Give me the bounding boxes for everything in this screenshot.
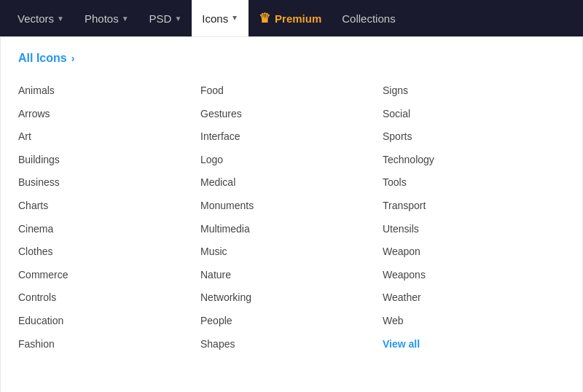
category-item[interactable]: Multimedia xyxy=(200,218,383,241)
category-item[interactable]: Music xyxy=(200,240,383,264)
category-item[interactable]: People xyxy=(200,310,383,333)
category-item[interactable]: Cinema xyxy=(18,218,200,241)
category-item[interactable]: Sports xyxy=(383,125,565,149)
all-icons-link[interactable]: All Icons › xyxy=(18,52,565,65)
category-item[interactable]: Controls xyxy=(18,286,200,310)
category-item[interactable]: Networking xyxy=(200,286,383,310)
nav-premium[interactable]: ♛ Premium xyxy=(249,0,332,36)
category-item[interactable]: Fashion xyxy=(18,333,200,356)
nav-vectors-label: Vectors xyxy=(17,12,54,25)
category-column-2: SignsSocialSportsTechnologyToolsTranspor… xyxy=(383,79,565,356)
nav-icons-arrow: ▲ xyxy=(231,15,238,23)
nav-premium-label: Premium xyxy=(275,12,321,25)
nav-photos[interactable]: Photos ▼ xyxy=(74,0,139,36)
category-item[interactable]: Monuments xyxy=(200,195,383,218)
category-item[interactable]: Commerce xyxy=(18,264,200,287)
nav-collections-label: Collections xyxy=(342,12,395,25)
category-item[interactable]: Business xyxy=(18,171,200,195)
category-column-1: FoodGesturesInterfaceLogoMedicalMonument… xyxy=(200,79,383,356)
crown-icon: ♛ xyxy=(259,10,270,26)
category-item[interactable]: Buildings xyxy=(18,149,200,172)
category-item[interactable]: Interface xyxy=(200,125,383,149)
category-item[interactable]: Social xyxy=(383,103,565,126)
category-item[interactable]: Weapons xyxy=(383,264,565,287)
icons-dropdown-panel: All Icons › AnimalsArrowsArtBuildingsBus… xyxy=(0,36,583,392)
nav-icons[interactable]: Icons ▲ xyxy=(192,0,249,36)
nav-psd-label: PSD xyxy=(149,12,172,25)
nav-photos-label: Photos xyxy=(85,12,119,25)
category-item[interactable]: Web xyxy=(383,310,565,333)
nav-vectors[interactable]: Vectors ▼ xyxy=(7,0,74,36)
category-item[interactable]: Shapes xyxy=(200,333,383,356)
category-item[interactable]: Nature xyxy=(200,264,383,287)
category-item[interactable]: Charts xyxy=(18,195,200,218)
category-item[interactable]: Clothes xyxy=(18,240,200,264)
category-item[interactable]: Technology xyxy=(383,149,565,172)
nav-photos-arrow: ▼ xyxy=(122,15,129,23)
nav-psd[interactable]: PSD ▼ xyxy=(139,0,192,36)
category-item[interactable]: Medical xyxy=(200,171,383,195)
nav-collections[interactable]: Collections xyxy=(332,0,405,36)
category-column-0: AnimalsArrowsArtBuildingsBusinessChartsC… xyxy=(18,79,200,356)
category-item[interactable]: Art xyxy=(18,125,200,149)
nav-icons-label: Icons xyxy=(202,12,228,25)
category-item[interactable]: Gestures xyxy=(200,103,383,126)
category-item[interactable]: Weapon xyxy=(383,240,565,264)
category-item[interactable]: Weather xyxy=(383,286,565,310)
all-icons-chevron: › xyxy=(71,52,75,64)
category-item[interactable]: Utensils xyxy=(383,218,565,241)
category-item[interactable]: Logo xyxy=(200,149,383,172)
categories-grid: AnimalsArrowsArtBuildingsBusinessChartsC… xyxy=(18,79,565,356)
nav-vectors-arrow: ▼ xyxy=(57,15,64,23)
category-item[interactable]: Transport xyxy=(383,195,565,218)
nav-psd-arrow: ▼ xyxy=(174,15,181,23)
category-item[interactable]: Signs xyxy=(383,79,565,103)
category-item[interactable]: Food xyxy=(200,79,383,103)
category-item[interactable]: Tools xyxy=(383,171,565,195)
all-icons-label: All Icons xyxy=(18,52,67,65)
top-nav: Vectors ▼ Photos ▼ PSD ▼ Icons ▲ ♛ Premi… xyxy=(0,0,583,36)
category-item[interactable]: Arrows xyxy=(18,103,200,126)
category-item[interactable]: Animals xyxy=(18,79,200,103)
category-item[interactable]: Education xyxy=(18,310,200,333)
category-item[interactable]: View all xyxy=(383,333,565,356)
